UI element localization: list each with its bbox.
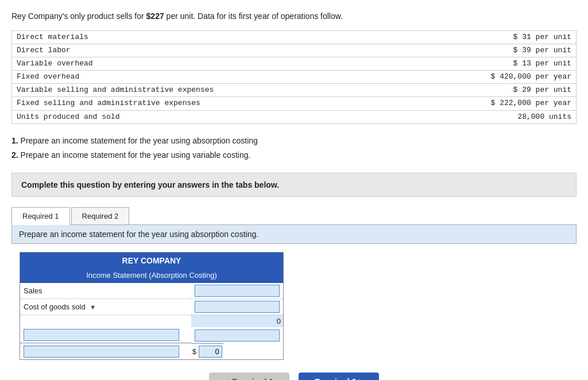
- empty-label-input[interactable]: [24, 329, 179, 341]
- value-variable-overhead: $ 13 per unit: [513, 57, 571, 70]
- final-input-cell[interactable]: $: [191, 343, 223, 359]
- instruction-2: 2. Prepare an income statement for the y…: [11, 149, 577, 162]
- tab-required-2-label: Required 2: [82, 212, 119, 220]
- data-row: Direct labor $ 39 per unit: [11, 44, 577, 57]
- tabs-row: Required 1 Required 2: [11, 207, 577, 225]
- final-input[interactable]: [199, 346, 222, 358]
- income-statement-card: REY COMPANY Income Statement (Absorption…: [20, 252, 284, 360]
- complete-banner: Complete this question by entering your …: [11, 173, 577, 197]
- cogs-label: Cost of goods sold ▼: [20, 299, 191, 315]
- prev-button-label: < Required 1: [225, 377, 273, 380]
- dollar-sign: $: [192, 347, 198, 356]
- value-fixed-overhead: $ 420,000 per year: [491, 71, 571, 83]
- bottom-nav: < Required 1 Required 2 >: [11, 373, 577, 380]
- sales-row: Sales: [20, 283, 283, 299]
- income-table: Sales Cost of goods sold ▼ 0: [20, 283, 283, 359]
- prev-button[interactable]: < Required 1: [209, 373, 289, 380]
- data-row: Variable overhead $ 13 per unit: [11, 57, 577, 70]
- empty-label: [20, 327, 191, 343]
- tab-instruction-text: Prepare an income statement for the year…: [19, 230, 258, 239]
- next-button[interactable]: Required 2 >: [299, 373, 379, 380]
- empty-row: [20, 327, 283, 343]
- cogs-input[interactable]: [195, 301, 280, 313]
- cogs-row: Cost of goods sold ▼: [20, 299, 283, 315]
- tab-required-1-label: Required 1: [22, 212, 59, 220]
- sales-input-cell[interactable]: [191, 283, 283, 299]
- tab-content-header: Prepare an income statement for the year…: [11, 225, 577, 244]
- final-row: $: [20, 343, 283, 359]
- empty-input-cell[interactable]: [191, 327, 283, 343]
- tab-required-2[interactable]: Required 2: [71, 207, 130, 224]
- data-row: Fixed overhead $ 420,000 per year: [11, 70, 577, 83]
- cogs-input-cell[interactable]: [191, 299, 283, 315]
- value-fixed-selling: $ 222,000 per year: [491, 97, 571, 110]
- value-direct-labor: $ 39 per unit: [513, 44, 571, 57]
- empty-input[interactable]: [195, 329, 280, 342]
- value-units: 28,000 units: [517, 111, 571, 123]
- tabs-container: Required 1 Required 2 Prepare an income …: [11, 207, 577, 244]
- label-direct-materials: Direct materials: [17, 31, 513, 44]
- tab-required-1[interactable]: Required 1: [11, 207, 70, 225]
- data-row: Variable selling and administrative expe…: [11, 83, 577, 96]
- card-subtitle: Income Statement (Absorption Costing): [20, 269, 283, 283]
- banner-text: Complete this question by entering your …: [21, 180, 279, 189]
- value-var-selling: $ 29 per unit: [513, 84, 571, 96]
- cogs-dropdown-arrow[interactable]: ▼: [90, 304, 96, 311]
- numbered-instructions: 1. Prepare an income statement for the y…: [11, 134, 577, 163]
- next-button-label: Required 2 >: [315, 377, 363, 380]
- label-direct-labor: Direct labor: [17, 44, 513, 57]
- final-label-input[interactable]: [24, 346, 179, 358]
- value-direct-materials: $ 31 per unit: [513, 31, 571, 44]
- subtotal-row: 0: [20, 315, 283, 328]
- card-company-title: REY COMPANY: [20, 253, 283, 269]
- label-fixed-selling: Fixed selling and administrative expense…: [17, 97, 491, 110]
- data-row: Units produced and sold 28,000 units: [11, 110, 577, 124]
- intro-text: Rey Company's only product sells for $22…: [11, 10, 577, 22]
- label-var-selling: Variable selling and administrative expe…: [17, 84, 513, 96]
- data-row: Fixed selling and administrative expense…: [11, 96, 577, 110]
- subtotal-value: 0: [191, 315, 283, 328]
- cogs-text: Cost of goods sold: [24, 303, 86, 311]
- final-label-cell: [20, 343, 191, 359]
- data-table: Direct materials $ 31 per unit Direct la…: [11, 30, 577, 124]
- label-fixed-overhead: Fixed overhead: [17, 71, 491, 83]
- sales-input[interactable]: [195, 285, 280, 297]
- data-row: Direct materials $ 31 per unit: [11, 30, 577, 44]
- label-units: Units produced and sold: [17, 111, 517, 123]
- subtotal-label: [20, 315, 191, 328]
- instruction-1: 1. Prepare an income statement for the y…: [11, 134, 577, 148]
- sales-label: Sales: [20, 283, 191, 299]
- label-variable-overhead: Variable overhead: [17, 57, 513, 70]
